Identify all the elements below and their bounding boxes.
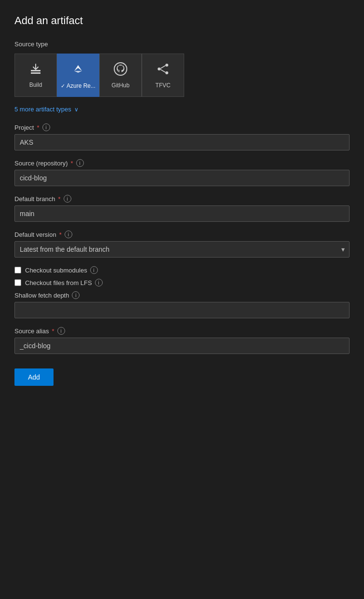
source-input[interactable] [14,170,350,186]
svg-rect-2 [71,62,85,76]
checkout-submodules-info-icon[interactable]: i [90,266,98,274]
svg-point-6 [165,71,168,74]
source-tile-github[interactable]: GitHub [99,54,142,97]
chevron-down-icon: ∨ [74,106,79,113]
source-field-group: Source (repository) * i [14,159,350,186]
source-alias-field-group: Source alias * i [14,327,350,354]
svg-point-5 [165,64,168,67]
add-button[interactable]: Add [14,368,54,386]
checkout-submodules-label: Checkout submodules i [25,266,98,274]
project-required-star: * [37,124,39,131]
checkout-submodules-checkbox[interactable] [14,267,21,273]
shallow-fetch-field-group: Shallow fetch depth i [14,291,350,318]
default-version-required-star: * [59,231,62,238]
source-alias-required-star: * [52,327,54,335]
default-version-label: Default version * i [14,231,350,238]
tfvc-icon [156,62,170,78]
default-branch-info-icon[interactable]: i [64,195,71,203]
svg-rect-0 [31,70,40,71]
default-branch-field-group: Default branch * i [14,195,350,222]
source-alias-label: Source alias * i [14,327,350,335]
build-icon [29,62,42,78]
source-type-section: Source type Build [14,41,350,113]
source-tile-tfvc[interactable]: TFVC [142,54,184,97]
svg-point-4 [158,68,161,70]
default-version-info-icon[interactable]: i [65,231,72,238]
azurerepos-tile-label: ✓ Azure Re... [61,82,95,89]
project-field-group: Project * i [14,123,350,150]
svg-line-7 [161,66,165,68]
default-version-select[interactable]: Latest from the default branch Specify a… [14,241,350,258]
github-tile-label: GitHub [111,82,129,89]
default-branch-label: Default branch * i [14,195,350,203]
project-input[interactable] [14,134,350,150]
source-required-star: * [71,160,73,167]
svg-rect-1 [31,72,40,74]
shallow-fetch-input[interactable] [14,302,350,318]
checkout-lfs-row: Checkout files from LFS i [14,279,350,286]
project-info-icon[interactable]: i [42,123,50,131]
github-icon [113,62,128,78]
checkout-lfs-info-icon[interactable]: i [95,279,103,286]
checkout-lfs-label: Checkout files from LFS i [25,279,103,286]
default-branch-input[interactable] [14,205,350,222]
azurerepos-icon [70,61,86,79]
source-alias-info-icon[interactable]: i [57,327,65,335]
source-type-label: Source type [14,41,350,48]
tfvc-tile-label: TFVC [155,82,170,89]
more-artifact-types-link[interactable]: 5 more artifact types ∨ [14,106,350,113]
checkout-lfs-checkbox[interactable] [14,279,21,286]
shallow-fetch-info-icon[interactable]: i [72,291,80,299]
more-types-text: 5 more artifact types [14,106,71,113]
source-label: Source (repository) * i [14,159,350,167]
default-version-field-group: Default version * i Latest from the defa… [14,231,350,258]
project-label: Project * i [14,123,350,131]
svg-point-3 [114,63,127,75]
source-type-grid: Build ✓ Azure Re... G [14,54,350,97]
shallow-fetch-label: Shallow fetch depth i [14,291,350,299]
build-tile-label: Build [29,82,42,88]
checkmark-icon: ✓ [61,83,67,89]
source-tile-build[interactable]: Build [14,54,57,97]
default-version-select-wrapper: Latest from the default branch Specify a… [14,241,350,258]
default-branch-required-star: * [58,195,61,203]
svg-line-8 [161,69,165,72]
source-tile-azurerepos[interactable]: ✓ Azure Re... [57,54,99,97]
source-info-icon[interactable]: i [76,159,84,167]
page-title: Add an artifact [14,14,350,27]
checkout-submodules-row: Checkout submodules i [14,266,350,274]
source-alias-input[interactable] [14,338,350,354]
